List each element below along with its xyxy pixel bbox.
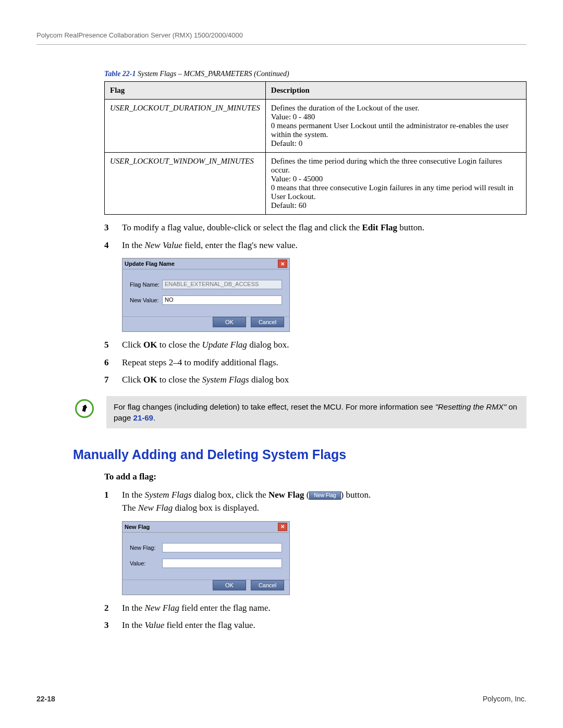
description-cell: Defines the duration of the Lockout of t… [265,100,526,153]
steps-list: 3 To modify a flag value, double-click o… [104,221,527,252]
new-value-input[interactable]: NO [162,295,282,305]
pushpin-icon [75,399,94,418]
step-number: 7 [104,373,122,387]
flag-name-label: Flag Name: [130,281,162,288]
table-header-flag: Flag [105,82,266,100]
system-flags-table: Flag Description USER_LOCKOUT_DURATION_I… [104,81,527,215]
table-caption-text: System Flags – MCMS_PARAMETERS (Continue… [136,70,289,78]
step-text: In the New Value field, enter the flag's… [122,239,527,252]
close-icon[interactable]: ✕ [278,260,287,268]
table-row: USER_LOCKOUT_WINDOW_IN_MINUTES Defines t… [105,153,527,215]
step-text: To modify a flag value, double-click or … [122,221,527,235]
step-text: In the New Flag field enter the flag nam… [122,601,527,615]
steps-list: 5 Click OK to close the Update Flag dial… [104,338,527,387]
value-input[interactable] [162,559,282,568]
flag-name-input[interactable]: ENABLE_EXTERNAL_DB_ACCESS [162,280,282,289]
step-text: In the Value field enter the flag value. [122,619,527,632]
steps-list: 2 In the New Flag field enter the flag n… [104,601,527,632]
table-row: USER_LOCKOUT_DURATION_IN_MINUTES Defines… [105,100,527,153]
description-cell: Defines the time period during which the… [265,153,526,215]
step-number: 5 [104,338,122,352]
section-heading: Manually Adding and Deleting System Flag… [73,447,527,462]
page-number: 22-18 [36,695,55,703]
close-icon[interactable]: ✕ [278,523,287,531]
note-box: For flag changes (including deletion) to… [75,396,527,428]
ok-button[interactable]: OK [213,317,246,327]
footer: 22-18 Polycom, Inc. [36,695,527,703]
new-value-label: New Value: [130,297,162,303]
flag-cell: USER_LOCKOUT_DURATION_IN_MINUTES [105,100,266,153]
step-number: 6 [104,356,122,369]
new-flag-dialog: New Flag ✕ New Flag: Value: OK Cancel [122,521,290,595]
subheading: To add a flag: [104,472,527,482]
step-text: In the System Flags dialog box, click th… [122,488,527,515]
step-number: 3 [104,619,122,632]
flag-cell: USER_LOCKOUT_WINDOW_IN_MINUTES [105,153,266,215]
cancel-button[interactable]: Cancel [251,580,284,590]
step-number: 1 [104,488,122,515]
page-ref-link[interactable]: 21-69 [133,413,153,422]
value-label: Value: [130,560,162,566]
note-text: For flag changes (including deletion) to… [106,396,527,428]
ok-button[interactable]: OK [213,580,246,590]
new-flag-input[interactable] [162,543,282,552]
table-header-description: Description [265,82,526,100]
dialog-title: Update Flag Name [125,261,175,267]
new-flag-label: New Flag: [130,545,162,551]
dialog-title: New Flag [125,524,150,530]
step-number: 2 [104,601,122,615]
update-flag-dialog: Update Flag Name ✕ Flag Name: ENABLE_EXT… [122,258,290,332]
table-number: Table 22-1 [104,70,136,78]
dialog-titlebar[interactable]: New Flag ✕ [123,522,289,533]
running-header: Polycom RealPresence Collaboration Serve… [36,31,527,45]
steps-list: 1 In the System Flags dialog box, click … [104,488,527,515]
company-name: Polycom, Inc. [483,695,527,703]
new-flag-button[interactable]: New Flag [309,491,340,500]
step-number: 3 [104,221,122,235]
step-text: Click OK to close the System Flags dialo… [122,373,527,387]
step-text: Click OK to close the Update Flag dialog… [122,338,527,352]
table-caption: Table 22-1 System Flags – MCMS_PARAMETER… [104,70,527,78]
step-text: Repeat steps 2–4 to modify additional fl… [122,356,527,369]
step-number: 4 [104,239,122,252]
cancel-button[interactable]: Cancel [251,317,284,327]
dialog-titlebar[interactable]: Update Flag Name ✕ [123,258,289,269]
